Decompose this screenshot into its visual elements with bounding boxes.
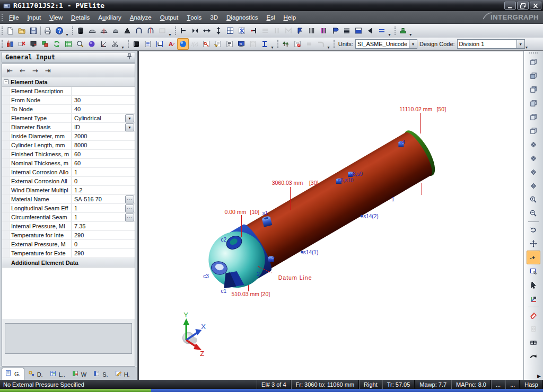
design-code-dropdown-icon[interactable]: ▼ bbox=[516, 40, 524, 48]
render-sphere-button[interactable] bbox=[86, 38, 98, 50]
menu-output[interactable]: Output bbox=[156, 11, 183, 23]
group-overflow-icon[interactable]: ▼ bbox=[388, 33, 391, 37]
wizard-hand-button[interactable] bbox=[212, 38, 224, 50]
property-value[interactable]: 0 bbox=[72, 177, 135, 185]
rotate-view-button[interactable] bbox=[527, 223, 540, 237]
zoom-out-button[interactable] bbox=[527, 207, 540, 220]
menu-view[interactable]: View bbox=[45, 11, 67, 23]
3d-viewport[interactable]: 0.00 mm [10] 510.03 mm [20] 3060.03 mm [… bbox=[139, 51, 523, 380]
toolbar-overflow-icon[interactable]: ▼ bbox=[525, 46, 529, 49]
section-cyl-disabled-button[interactable] bbox=[527, 322, 540, 336]
ellipsis-button[interactable]: ... bbox=[125, 195, 134, 203]
group-overflow-icon[interactable]: ▼ bbox=[121, 46, 125, 49]
lifting-lug-button[interactable] bbox=[294, 25, 306, 37]
tray-bars-button[interactable] bbox=[306, 25, 318, 37]
panel-tab-h[interactable]: H. bbox=[112, 369, 133, 380]
flat-head-disabled-button[interactable] bbox=[156, 25, 168, 37]
liquid-box-button[interactable] bbox=[353, 25, 364, 37]
property-value[interactable]: ID bbox=[72, 123, 125, 131]
property-value[interactable]: 0 bbox=[72, 240, 135, 248]
frame-disabled-button[interactable] bbox=[283, 25, 294, 37]
toolbar-expand-icon[interactable]: ▶ bbox=[524, 373, 543, 380]
iso-view-nw-button[interactable] bbox=[527, 152, 540, 165]
select-arrow-button[interactable] bbox=[527, 278, 540, 292]
regenerate-button[interactable] bbox=[51, 38, 63, 50]
torispherical-head-button[interactable] bbox=[98, 25, 110, 37]
view-cube-iso-button[interactable] bbox=[527, 55, 540, 69]
print-preview-button[interactable] bbox=[42, 25, 54, 37]
zoom-dynamic-button[interactable]: -+ bbox=[527, 251, 540, 264]
dropdown-button[interactable]: ▼ bbox=[125, 123, 134, 131]
property-value[interactable]: 30 bbox=[72, 96, 135, 104]
undo-view-button[interactable] bbox=[527, 350, 540, 363]
delete-element-button[interactable] bbox=[16, 38, 28, 50]
property-value[interactable]: 1 bbox=[72, 204, 125, 212]
units-combobox[interactable]: SI_ASME_Unicode ▼ bbox=[355, 39, 417, 49]
iso-view-se-button[interactable] bbox=[527, 165, 540, 179]
fx-disabled-button[interactable]: f(x) bbox=[189, 38, 200, 50]
menu-input[interactable]: Input bbox=[23, 11, 46, 23]
menu-details[interactable]: Details bbox=[67, 11, 94, 23]
menu-esl[interactable]: Esl bbox=[262, 11, 279, 23]
notes-list-button[interactable] bbox=[142, 38, 154, 50]
orient-axes-button[interactable] bbox=[527, 292, 540, 306]
minimize-button[interactable] bbox=[504, 2, 516, 10]
design-code-combobox[interactable]: Division 1 ▼ bbox=[457, 39, 525, 49]
next-element-button[interactable]: → bbox=[32, 67, 38, 75]
elliptical-head-button[interactable] bbox=[86, 25, 98, 37]
property-value[interactable]: 1 bbox=[72, 213, 125, 221]
panel-tab-s[interactable]: S. bbox=[90, 369, 111, 380]
view-cube-top-button[interactable] bbox=[527, 124, 540, 138]
property-value[interactable]: 1 bbox=[72, 168, 135, 176]
group-overflow-icon[interactable]: ▼ bbox=[65, 33, 69, 37]
property-value[interactable]: 290 bbox=[72, 231, 135, 239]
close-button[interactable] bbox=[530, 2, 541, 10]
hemispherical-head-button[interactable] bbox=[110, 25, 121, 37]
restore-button[interactable] bbox=[517, 2, 529, 10]
key-access-button[interactable] bbox=[200, 38, 212, 50]
pipe-disabled-button[interactable] bbox=[315, 38, 327, 50]
erase-element-button[interactable] bbox=[527, 308, 540, 322]
view-cube-back-button[interactable] bbox=[527, 83, 540, 96]
angle-tool-button[interactable] bbox=[98, 38, 109, 50]
flange-toggle-button[interactable] bbox=[527, 336, 540, 350]
zoom-window-button[interactable] bbox=[527, 264, 540, 278]
property-value[interactable]: 290 bbox=[72, 249, 135, 257]
panel-tab-g[interactable]: G. bbox=[2, 368, 24, 380]
trees-view-button[interactable] bbox=[280, 38, 292, 50]
group-overflow-icon[interactable]: ▼ bbox=[270, 46, 274, 49]
saddle-support-button[interactable] bbox=[189, 25, 201, 37]
beam-section-button[interactable] bbox=[259, 38, 270, 50]
iso-view-ne-button[interactable] bbox=[527, 138, 540, 152]
input-list-button[interactable] bbox=[63, 38, 74, 50]
cone-flag-button[interactable] bbox=[364, 25, 376, 37]
branch-element-button[interactable] bbox=[39, 38, 51, 50]
trunnion-button[interactable] bbox=[248, 25, 259, 37]
level-flag-button[interactable] bbox=[329, 25, 341, 37]
additional-element-data-header[interactable]: Additional Element Data bbox=[2, 258, 135, 268]
group-overflow-icon[interactable]: ▼ bbox=[327, 46, 330, 49]
property-value[interactable]: SA-516 70 bbox=[72, 195, 125, 203]
previous-element-button[interactable]: ← bbox=[20, 67, 25, 75]
packing-bars-button[interactable] bbox=[318, 25, 329, 37]
panel-tab-l[interactable]: L.. bbox=[47, 369, 68, 380]
panel-tab-w[interactable]: W bbox=[69, 369, 90, 380]
new-file-button[interactable] bbox=[4, 25, 16, 37]
stretch-horizontal-button[interactable] bbox=[201, 25, 213, 37]
report-error-button[interactable] bbox=[292, 38, 303, 50]
view-cube-left-button[interactable] bbox=[527, 96, 540, 110]
menu-file[interactable]: File bbox=[5, 11, 23, 23]
share-element-button[interactable] bbox=[28, 38, 39, 50]
element-data-header[interactable]: Element Data bbox=[2, 77, 135, 87]
zoom-tool-button[interactable] bbox=[74, 38, 86, 50]
property-value[interactable]: 2000 bbox=[72, 132, 135, 140]
stress-a-button[interactable]: A bbox=[165, 38, 177, 50]
property-value[interactable] bbox=[72, 87, 135, 95]
menu-3d[interactable]: 3D bbox=[206, 11, 222, 23]
view-3d-button[interactable] bbox=[177, 38, 189, 50]
zoom-in-button[interactable] bbox=[527, 193, 540, 207]
stretch-vertical-button[interactable] bbox=[213, 25, 224, 37]
first-element-button[interactable]: ⇤ bbox=[7, 67, 13, 75]
menu-help[interactable]: Help bbox=[279, 11, 300, 23]
property-value[interactable]: 40 bbox=[72, 105, 135, 113]
